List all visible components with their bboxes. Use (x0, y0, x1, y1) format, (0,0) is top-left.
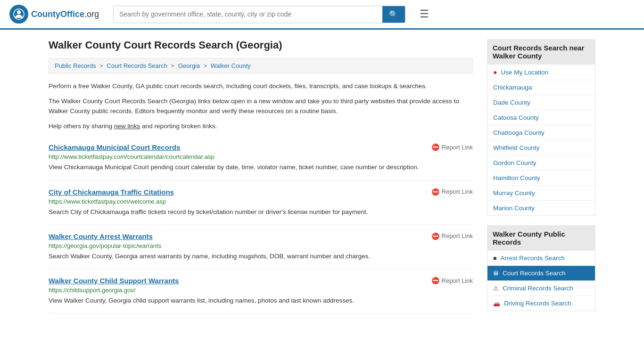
sidebar-item-chickamauga[interactable]: Chickamauga (487, 80, 595, 95)
breadcrumb-georgia[interactable]: Georgia (178, 62, 200, 69)
breadcrumb: Public Records > Court Records Search > … (49, 58, 473, 74)
sidebar-item-catoosa-county[interactable]: Catoosa County (487, 110, 595, 125)
svg-point-0 (17, 10, 21, 14)
result-item: City of Chickamauga Traffic Citations ⛔ … (49, 181, 473, 225)
exclamation-icon: ⚠ (493, 285, 499, 292)
pin-icon: ● (493, 68, 497, 76)
content-area: Walker County Court Records Search (Geor… (49, 39, 473, 321)
result-item: Walker County Arrest Warrants ⛔ Report L… (49, 225, 473, 269)
search-bar[interactable]: 🔍 (113, 6, 405, 23)
report-link[interactable]: ⛔ Report Link (431, 188, 473, 196)
site-header: CountyOffice.org 🔍 ☰ (0, 0, 644, 30)
description-3: Help others by sharing new links and rep… (49, 121, 473, 132)
sidebar-public-records-section: Walker County Public Records ■ Arrest Re… (487, 225, 595, 311)
sidebar-item-court-records[interactable]: 🏛 Court Records Search (487, 266, 595, 281)
result-desc: View Chickamauga Municipal Court pending… (49, 163, 473, 172)
sidebar-nearby-list: ● Use My Location Chickamauga Dade Count… (487, 65, 595, 216)
sidebar-nearby-section: Court Records Search near Walker County … (487, 39, 595, 216)
result-header: City of Chickamauga Traffic Citations ⛔ … (49, 188, 473, 196)
sidebar-item-marion-county[interactable]: Marion County (487, 201, 595, 215)
description-2: The Walker County Court Records Search (… (49, 96, 473, 116)
sidebar-nearby-header: Court Records Search near Walker County (487, 39, 595, 65)
result-desc: View Walker County, Georgia child suppor… (49, 296, 473, 305)
logo-icon (9, 5, 28, 24)
report-icon: ⛔ (431, 277, 439, 284)
new-links-link[interactable]: new links (114, 123, 140, 130)
sidebar-item-criminal-records[interactable]: ⚠ Criminal Records Search (487, 281, 595, 296)
hamburger-menu-icon[interactable]: ☰ (420, 8, 429, 20)
report-link[interactable]: ⛔ Report Link (431, 232, 473, 240)
sidebar-item-dade-county[interactable]: Dade County (487, 95, 595, 110)
logo-area: CountyOffice.org (9, 5, 104, 24)
report-icon: ⛔ (431, 143, 439, 151)
result-item: Chickamauga Municipal Court Records ⛔ Re… (49, 136, 473, 180)
report-icon: ⛔ (431, 188, 439, 196)
square-icon: ■ (493, 255, 496, 262)
result-url: http://www.ticketfastpay.com/courtcalend… (49, 153, 473, 160)
result-title[interactable]: Chickamauga Municipal Court Records (49, 143, 180, 151)
sidebar: Court Records Search near Walker County … (487, 39, 595, 321)
page-title: Walker County Court Records Search (Geor… (49, 39, 473, 51)
use-location-link[interactable]: Use My Location (501, 69, 548, 76)
result-desc: Search Walker County, Georgia arrest war… (49, 252, 473, 261)
result-header: Chickamauga Municipal Court Records ⛔ Re… (49, 143, 473, 151)
logo-text: CountyOffice.org (31, 9, 99, 19)
result-title[interactable]: Walker County Arrest Warrants (49, 232, 153, 240)
sidebar-public-records-header: Walker County Public Records (487, 225, 595, 251)
sidebar-public-records-list: ■ Arrest Records Search 🏛 Court Records … (487, 251, 595, 311)
search-button[interactable]: 🔍 (382, 6, 405, 23)
sidebar-item-hamilton-county[interactable]: Hamilton County (487, 171, 595, 186)
report-icon: ⛔ (431, 232, 439, 240)
result-item: Walker County Child Support Warrants ⛔ R… (49, 269, 473, 313)
result-title[interactable]: City of Chickamauga Traffic Citations (49, 188, 174, 196)
search-input[interactable] (114, 6, 382, 23)
sidebar-item-whitfield-county[interactable]: Whitfield County (487, 140, 595, 156)
sidebar-item-driving-records[interactable]: 🚗 Driving Records Search (487, 296, 595, 311)
breadcrumb-court-records[interactable]: Court Records Search (107, 62, 167, 69)
report-link[interactable]: ⛔ Report Link (431, 277, 473, 284)
result-header: Walker County Arrest Warrants ⛔ Report L… (49, 232, 473, 240)
result-url: https://georgia.gov/popular-topic/warran… (49, 242, 473, 249)
building-icon: 🏛 (493, 270, 499, 277)
main-container: Walker County Court Records Search (Geor… (39, 39, 605, 321)
breadcrumb-public-records[interactable]: Public Records (55, 62, 96, 69)
sidebar-item-use-location[interactable]: ● Use My Location (487, 65, 595, 80)
sidebar-item-arrest-records[interactable]: ■ Arrest Records Search (487, 251, 595, 266)
sidebar-item-murray-county[interactable]: Murray County (487, 186, 595, 201)
result-header: Walker County Child Support Warrants ⛔ R… (49, 277, 473, 285)
result-title[interactable]: Walker County Child Support Warrants (49, 277, 179, 285)
report-link[interactable]: ⛔ Report Link (431, 143, 473, 151)
description-1: Perform a free Walker County, GA public … (49, 81, 473, 91)
result-url: https://www.ticketfastpay.com/welcome.as… (49, 198, 473, 205)
result-url: https://childsupport.georgia.gov/ (49, 287, 473, 294)
car-icon: 🚗 (493, 300, 500, 307)
result-desc: Search City of Chickamauga traffic ticke… (49, 207, 473, 217)
breadcrumb-walker-county[interactable]: Walker County (211, 62, 251, 69)
sidebar-item-gordon-county[interactable]: Gordon County (487, 156, 595, 171)
sidebar-item-chattooga-county[interactable]: Chattooga County (487, 125, 595, 140)
